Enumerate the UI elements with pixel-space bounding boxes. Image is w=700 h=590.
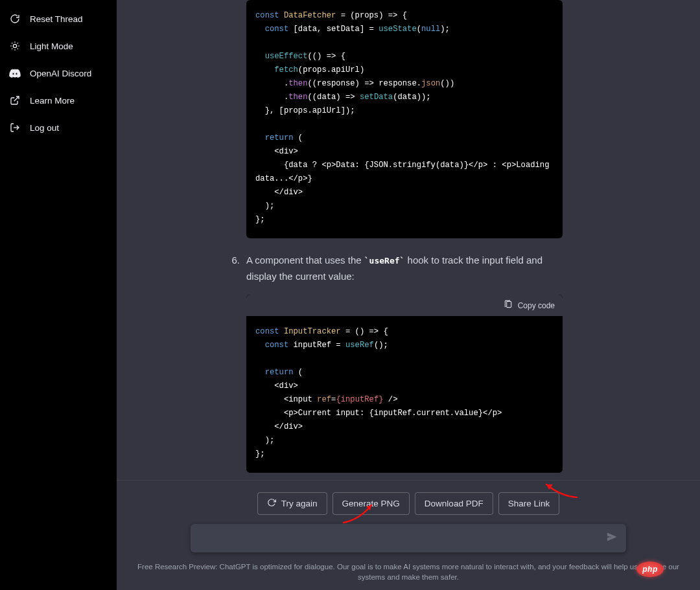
sidebar-item-learn-more[interactable]: Learn More: [4, 88, 113, 113]
button-label: Generate PNG: [342, 499, 400, 508]
svg-point-0: [13, 44, 16, 47]
try-again-button[interactable]: Try again: [257, 492, 327, 515]
generate-png-button[interactable]: Generate PNG: [332, 492, 410, 515]
sidebar-item-label: OpenAI Discord: [30, 69, 91, 78]
code-body: const DataFetcher = (props) => { const […: [246, 0, 563, 238]
chat-content: const DataFetcher = (props) => { const […: [117, 0, 700, 480]
app-root: Reset Thread Light Mode OpenAI Discord: [0, 0, 700, 590]
button-label: Share Link: [508, 499, 550, 508]
inline-code: `useRef`: [364, 256, 405, 266]
copy-code-button[interactable]: Copy code: [504, 300, 555, 311]
sidebar-item-label: Log out: [30, 123, 59, 133]
copy-code-label: Copy code: [518, 301, 555, 310]
sidebar-item-log-out[interactable]: Log out: [4, 115, 113, 140]
refresh-icon: [267, 498, 276, 509]
php-watermark-badge: php: [636, 562, 664, 577]
svg-marker-13: [546, 484, 553, 490]
svg-line-3: [12, 43, 12, 43]
chat-input-wrap: [191, 524, 626, 552]
code-block: const DataFetcher = (props) => { const […: [246, 0, 563, 238]
button-label: Download PDF: [425, 499, 484, 508]
code-body: const InputTracker = () => { const input…: [246, 316, 563, 473]
download-pdf-button[interactable]: Download PDF: [415, 492, 493, 515]
sidebar: Reset Thread Light Mode OpenAI Discord: [0, 0, 117, 590]
send-button[interactable]: [601, 528, 622, 549]
sidebar-item-label: Reset Thread: [30, 14, 83, 24]
text-part: A component that uses the: [246, 255, 364, 266]
list-item-number: 6.: [222, 253, 240, 284]
chat-scroll[interactable]: const DataFetcher = (props) => { const […: [117, 0, 700, 480]
code-header: Copy code: [246, 295, 563, 316]
send-icon: [606, 531, 618, 545]
sidebar-item-label: Light Mode: [30, 41, 73, 51]
sidebar-item-openai-discord[interactable]: OpenAI Discord: [4, 61, 113, 85]
sidebar-item-label: Learn More: [30, 96, 75, 106]
share-link-button[interactable]: Share Link: [498, 492, 560, 515]
sun-icon: [9, 40, 21, 52]
clipboard-icon: [504, 300, 513, 311]
footer: Try again Generate PNG Download PDF Shar…: [117, 480, 700, 590]
chat-input[interactable]: [191, 524, 626, 552]
external-link-icon: [9, 95, 21, 106]
discord-icon: [9, 67, 21, 79]
svg-line-9: [14, 96, 19, 101]
svg-line-8: [18, 43, 18, 43]
action-row: Try again Generate PNG Download PDF Shar…: [257, 492, 559, 515]
svg-line-4: [18, 49, 18, 49]
svg-line-7: [12, 49, 12, 49]
button-label: Try again: [281, 499, 318, 508]
code-block: Copy code const InputTracker = () => { c…: [246, 295, 563, 473]
sidebar-item-light-mode[interactable]: Light Mode: [4, 34, 113, 58]
sidebar-item-reset-thread[interactable]: Reset Thread: [4, 6, 113, 31]
logout-icon: [9, 122, 21, 133]
disclaimer-text: Free Research Preview: ChatGPT is optimi…: [123, 562, 694, 582]
main-column: const DataFetcher = (props) => { const […: [117, 0, 700, 590]
reset-icon: [9, 13, 21, 25]
list-item-text: A component that uses the `useRef` hook …: [246, 253, 563, 284]
svg-rect-11: [506, 301, 511, 307]
list-item: 6. A component that uses the `useRef` ho…: [222, 253, 563, 284]
